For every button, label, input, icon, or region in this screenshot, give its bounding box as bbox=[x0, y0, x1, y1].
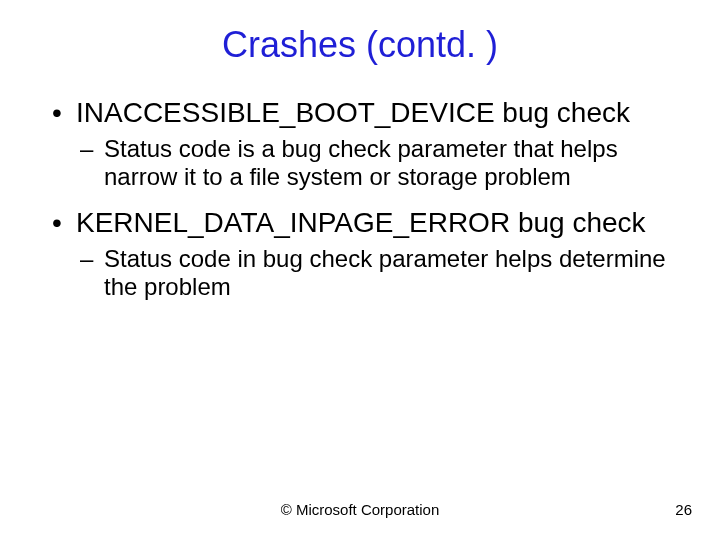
bullet-level1: INACCESSIBLE_BOOT_DEVICE bug check bbox=[48, 96, 672, 129]
footer-copyright: © Microsoft Corporation bbox=[0, 501, 720, 518]
bullet-level1: KERNEL_DATA_INPAGE_ERROR bug check bbox=[48, 206, 672, 239]
bullet-level2: Status code is a bug check parameter tha… bbox=[48, 135, 672, 192]
bullet-level2: Status code in bug check parameter helps… bbox=[48, 245, 672, 302]
slide-body: INACCESSIBLE_BOOT_DEVICE bug check Statu… bbox=[48, 96, 672, 315]
slide-title: Crashes (contd. ) bbox=[0, 24, 720, 66]
slide: Crashes (contd. ) INACCESSIBLE_BOOT_DEVI… bbox=[0, 0, 720, 540]
page-number: 26 bbox=[675, 501, 692, 518]
